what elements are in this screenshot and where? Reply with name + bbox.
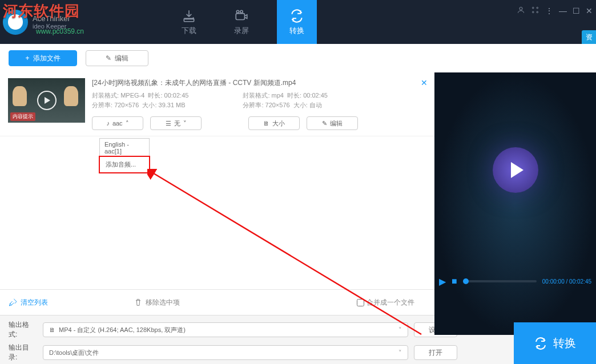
file-title: [24小时]网络视频乱象：未成年人的网络直播 - CCTV 新闻频道.mp4 [92,78,426,88]
menu-icon[interactable]: ⋮ [545,6,553,15]
watermark-url: www.pc0359.cn [36,27,84,35]
seek-slider[interactable] [463,280,537,282]
convert-icon [289,9,304,23]
edit-item-button[interactable]: ✎ 编辑 [307,116,358,130]
svg-point-4 [520,7,522,10]
tab-record[interactable]: 录屏 [224,0,259,44]
preview-pane: ▶ ■ 00:00:00 / 00:02:45 [434,72,596,289]
thumb-label: 内容提示 [10,112,35,121]
file-row[interactable]: 内容提示 [24小时]网络视频乱象：未成年人的网络直播 - CCTV 新闻频道.… [0,72,434,136]
merge-checkbox[interactable]: 合并成一个文件 [357,298,414,308]
size-button[interactable]: 🗎 大小 [248,116,300,130]
preview-canvas [434,72,596,335]
clear-list-button[interactable]: 清空列表 [9,298,48,308]
wand-icon: ✎ [322,120,327,127]
stop-icon[interactable]: ■ [452,276,457,286]
remove-file-icon[interactable]: ✕ [421,78,428,87]
video-thumbnail[interactable]: 内容提示 [8,78,85,123]
window-controls: ⋮ — ☐ ✕ [517,6,593,16]
chevron-up-icon: ˄ [126,120,129,127]
audio-track-dropdown[interactable]: ♪ aac ˄ [92,116,143,130]
broom-icon [9,298,18,307]
subtitle-icon: ☰ [166,120,171,127]
trash-icon [134,298,143,307]
nav-tabs: 下载 录屏 转换 [163,0,326,44]
maximize-icon[interactable]: ☐ [573,6,580,15]
file-icon: 🗎 [263,120,269,127]
wand-icon: ✎ [106,54,111,62]
file-list-pane: 内容提示 [24小时]网络视频乱象：未成年人的网络直播 - CCTV 新闻频道.… [0,72,434,289]
apps-icon[interactable] [531,6,539,16]
plus-icon: + [25,54,29,62]
add-file-button[interactable]: + 添加文件 [9,50,77,66]
record-icon [234,9,249,23]
svg-point-5 [533,7,534,9]
target-info: 封装格式: mp4 时长: 00:02:45 分辨率: 720×576 大小: … [243,91,328,111]
source-info: 封装格式: MPEG-4 时长: 00:02:45 分辨率: 720×576 大… [92,91,188,111]
svg-point-8 [537,11,538,13]
svg-rect-0 [184,18,194,21]
file-icon: 🗎 [49,326,55,333]
svg-point-3 [240,10,243,13]
output-format-label: 输出格式: [9,320,37,339]
subtitle-dropdown[interactable]: ☰ 无 ˅ [150,116,202,130]
arrow-right-icon: → [243,99,254,112]
side-tag[interactable]: 资 [582,30,596,44]
option-row: ♪ aac ˄ ☰ 无 ˅ 🗎 大小 ✎ 编辑 [92,116,426,130]
time-display: 00:00:00 / 00:02:45 [542,278,591,285]
tab-convert[interactable]: 转换 [277,0,317,44]
user-icon[interactable] [517,6,525,16]
convert-button[interactable]: 转换 [514,322,596,364]
svg-point-6 [537,7,538,9]
dropdown-item-english[interactable]: English - aac[1] [100,139,149,157]
chevron-down-icon: ˅ [398,349,402,357]
toolbar: + 添加文件 ✎ 编辑 [0,44,596,72]
download-icon [182,9,196,23]
audio-icon: ♪ [106,120,110,127]
file-info: [24小时]网络视频乱象：未成年人的网络直播 - CCTV 新闻频道.mp4 封… [92,78,426,130]
chevron-down-icon: ˅ [398,326,402,334]
svg-rect-1 [236,13,244,19]
player-controls: ▶ ■ 00:00:00 / 00:02:45 [434,273,596,289]
tab-download[interactable]: 下载 [172,0,206,44]
close-window-icon[interactable]: ✕ [586,6,593,15]
chevron-down-icon: ˅ [183,120,187,127]
svg-point-2 [236,10,239,13]
output-dir-label: 输出目录: [9,343,37,362]
remove-selected-button[interactable]: 移除选中项 [134,298,180,308]
open-button[interactable]: 打开 [414,345,457,360]
output-format-select[interactable]: 🗎 MP4 - 自定义 (H.264; AAC, 128Kbps, 双声道) ˅ [43,322,408,337]
preview-play-icon[interactable] [493,147,538,193]
minimize-icon[interactable]: — [559,6,567,15]
main-area: 内容提示 [24小时]网络视频乱象：未成年人的网络直播 - CCTV 新闻频道.… [0,72,596,289]
dropdown-item-add-audio[interactable]: 添加音频... [99,156,150,173]
convert-icon [534,337,547,350]
edit-button[interactable]: ✎ 编辑 [86,50,148,66]
top-bar: AceThinker ideo Keeper 下载 录屏 转换 ⋮ — ☐ ✕ … [0,0,596,44]
output-dir-select[interactable]: D:\tools\桌面\文件 ˅ [43,345,408,360]
watermark-text: 河东软件园 [3,1,80,21]
play-icon[interactable]: ▶ [439,276,446,287]
thumb-play-icon [37,91,57,110]
audio-dropdown-menu: English - aac[1] 无 添加音频... [99,138,150,173]
svg-point-7 [533,11,534,13]
merge-checkbox-input[interactable] [357,299,364,306]
